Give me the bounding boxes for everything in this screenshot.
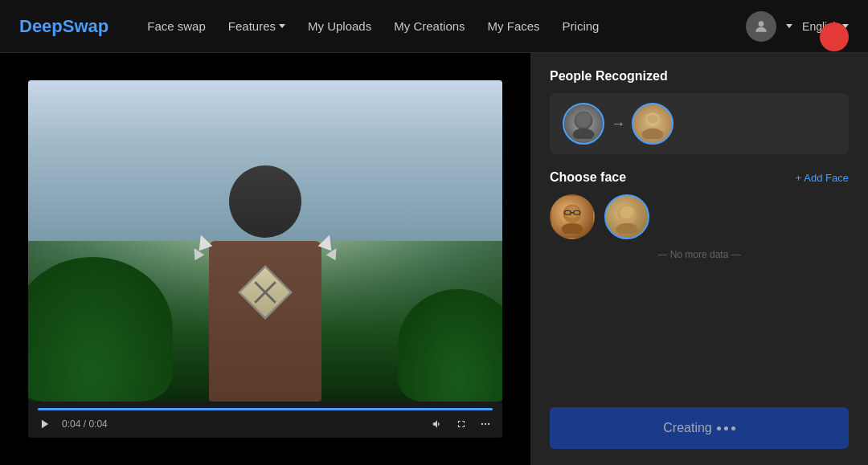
svg-point-6 [576,112,592,128]
tree-right [398,289,502,402]
avatar-dropdown-icon [786,24,792,28]
features-dropdown-icon [279,24,285,28]
svg-point-7 [573,128,595,139]
spike-right [317,232,336,251]
time-display: 0:04 / 0:04 [62,418,108,430]
figure-head [229,165,301,238]
svg-point-0 [759,21,764,27]
fullscreen-button[interactable] [454,417,469,431]
dot-3 [731,426,735,430]
svg-point-3 [485,423,486,425]
choose-face-header: Choose face + Add Face [550,170,849,185]
nav-links: Face swap Features My Uploads My Creatio… [147,19,720,33]
figure-torso [209,241,321,402]
progress-fill [38,408,493,410]
face-choice-1[interactable] [550,194,595,239]
play-button[interactable] [38,417,52,431]
face-arrow: → [611,116,625,133]
dot-1 [717,426,721,430]
nav-features[interactable]: Features [228,19,285,33]
add-face-button[interactable]: + Add Face [796,172,849,184]
video-container [28,80,502,402]
chest-emblem [238,265,293,320]
recognized-face-target [632,103,674,145]
svg-point-11 [642,128,664,139]
svg-point-4 [488,423,489,425]
navbar: DeepSwap Face swap Features My Uploads M… [0,0,868,53]
figure-body [209,165,321,402]
tree-left [28,257,173,402]
more-options-button[interactable] [478,417,493,431]
right-panel: People Recognized → [530,53,868,465]
recognized-face-source [563,103,604,145]
logo-swap: Swap [63,16,108,36]
choose-face-section: Choose face + Add Face [550,170,849,260]
svg-point-14 [562,223,583,234]
character-figure [153,145,378,402]
logo[interactable]: DeepSwap [19,16,108,37]
volume-button[interactable] [430,417,444,431]
svg-marker-1 [42,420,48,429]
spike-left [194,232,212,251]
user-avatar-button[interactable] [746,11,776,42]
nav-my-creations[interactable]: My Creations [394,19,465,33]
face-choices-list [550,194,849,239]
svg-point-19 [620,206,633,218]
people-recognized-title: People Recognized [550,69,849,84]
dot-2 [724,426,728,430]
no-more-data-label: — No more data — [550,249,849,260]
nav-right: English [746,11,849,42]
notification-dot [820,22,849,51]
people-recognized-box: → [550,93,849,154]
video-panel: 0:04 / 0:04 [0,53,530,465]
controls-row: 0:04 / 0:04 [38,417,493,431]
logo-deep: Deep [19,16,63,36]
main-content: 0:04 / 0:04 People Recognized [0,53,868,465]
creating-dots [717,426,735,430]
svg-point-10 [647,115,657,124]
svg-point-2 [481,423,483,425]
creating-label: Creating [663,421,711,435]
nav-pricing[interactable]: Pricing [563,19,600,33]
nav-my-faces[interactable]: My Faces [488,19,540,33]
video-controls: 0:04 / 0:04 [28,402,502,438]
video-scene [28,80,502,402]
choose-face-title: Choose face [550,170,626,185]
people-recognized-section: People Recognized → [550,69,849,154]
progress-bar[interactable] [38,408,493,410]
face-choice-2[interactable] [604,194,649,239]
nav-my-uploads[interactable]: My Uploads [308,19,371,33]
nav-face-swap[interactable]: Face swap [147,19,206,33]
creating-button[interactable]: Creating [550,407,849,449]
svg-point-20 [616,223,638,234]
